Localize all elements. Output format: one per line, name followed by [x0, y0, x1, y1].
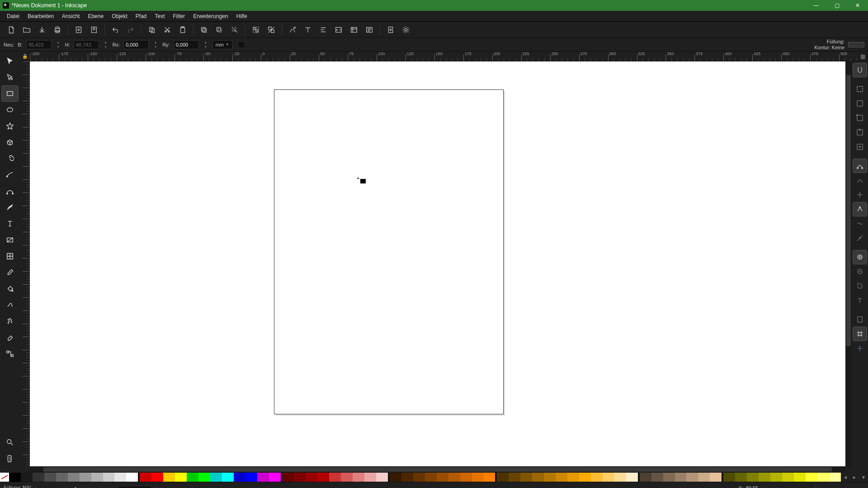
menu-datei[interactable]: Datei	[3, 12, 24, 21]
palette-swatch[interactable]	[329, 473, 341, 482]
connector-tool[interactable]	[2, 346, 18, 361]
palette-scroll-left[interactable]: ◂	[841, 473, 850, 482]
dock-snap-guide[interactable]	[853, 342, 867, 355]
palette-swatch[interactable]	[603, 473, 614, 482]
maximize-button[interactable]: ▢	[826, 0, 847, 11]
palette-swatch[interactable]	[448, 473, 460, 482]
text-tool[interactable]	[2, 216, 18, 231]
dock-snap-others[interactable]	[853, 250, 867, 264]
paintbucket-tool[interactable]	[2, 281, 18, 296]
dock-snap-toggle[interactable]	[853, 63, 867, 77]
palette-swatch[interactable]	[640, 473, 651, 482]
palette-swatch[interactable]	[614, 473, 626, 482]
status-rotate-dec[interactable]: −	[846, 487, 854, 488]
layers-button[interactable]	[346, 23, 362, 37]
print-button[interactable]	[50, 23, 65, 37]
dock-snap-corner[interactable]	[853, 111, 867, 125]
menu-bearbeiten[interactable]: Bearbeiten	[24, 12, 58, 21]
fill-stroke-button[interactable]	[285, 23, 300, 37]
ellipse-tool[interactable]	[2, 102, 18, 117]
status-lock-toggle[interactable]	[103, 486, 113, 488]
dock-snap-midpoint[interactable]	[853, 126, 867, 139]
palette-swatch[interactable]	[437, 473, 448, 482]
cut-button[interactable]	[160, 23, 175, 37]
dock-snap-grid[interactable]	[853, 327, 867, 341]
vertical-ruler[interactable]	[20, 61, 30, 466]
palette-swatch[interactable]	[376, 473, 388, 482]
palette-swatch[interactable]	[484, 473, 495, 482]
palette-swatch[interactable]	[723, 473, 735, 482]
palette-swatch[interactable]	[425, 473, 437, 482]
menu-ebene[interactable]: Ebene	[84, 12, 108, 21]
new-document-button[interactable]	[4, 23, 19, 37]
tweak-tool[interactable]	[2, 297, 18, 313]
status-layer-select[interactable]: •Ebene 1▼	[118, 486, 152, 488]
palette-swatch[interactable]	[759, 473, 770, 482]
palette-swatch[interactable]	[591, 473, 603, 482]
undo-button[interactable]	[108, 23, 123, 37]
spray-tool[interactable]	[2, 314, 18, 329]
save-button[interactable]	[34, 23, 50, 37]
palette-swatch[interactable]	[497, 473, 509, 482]
dock-snap-line-mid[interactable]	[853, 231, 867, 245]
ruler-lock-icon[interactable]: 🔒	[20, 52, 30, 61]
palette-menu[interactable]: ▾	[859, 473, 868, 482]
palette-swatch[interactable]	[21, 473, 33, 482]
palette-swatch[interactable]	[829, 473, 841, 482]
calligraphy-tool[interactable]	[2, 200, 18, 215]
palette-swatch[interactable]	[686, 473, 698, 482]
selector-tool[interactable]	[2, 53, 18, 69]
pencil-tool[interactable]	[2, 167, 18, 183]
palette-swatch[interactable]	[140, 473, 151, 482]
options-ry-spinner[interactable]: ▲▼	[203, 40, 209, 49]
menu-hilfe[interactable]: Hilfe	[232, 12, 251, 21]
palette-swatch[interactable]	[770, 473, 782, 482]
palette-swatch[interactable]	[544, 473, 556, 482]
palette-swatch[interactable]	[33, 473, 44, 482]
palette-swatch[interactable]	[520, 473, 532, 482]
horizontal-scrollbar[interactable]	[0, 466, 868, 473]
star-tool[interactable]	[2, 118, 18, 134]
palette-none-swatch[interactable]	[0, 473, 9, 482]
minimize-button[interactable]: ―	[806, 0, 826, 11]
palette-swatch[interactable]	[806, 473, 817, 482]
dock-snap-smooth[interactable]	[853, 217, 867, 230]
palette-swatch[interactable]	[460, 473, 472, 482]
palette-swatch[interactable]	[91, 473, 103, 482]
palette-swatch[interactable]	[103, 473, 115, 482]
dock-snap-cusp[interactable]	[853, 202, 867, 216]
palette-swatch[interactable]	[269, 473, 281, 482]
menu-pfad[interactable]: Pfad	[132, 12, 151, 21]
dock-snap-rotation[interactable]	[853, 279, 867, 293]
status-rotate-inc[interactable]: +	[856, 487, 864, 488]
text-tool-button[interactable]	[300, 23, 316, 37]
options-fill-swatch[interactable]	[848, 42, 864, 47]
eraser-tool[interactable]	[2, 330, 18, 345]
menu-text[interactable]: Text	[151, 12, 169, 21]
menu-objekt[interactable]: Objekt	[108, 12, 132, 21]
options-width-value[interactable]: 95,420	[26, 40, 52, 49]
canvas[interactable]: +	[30, 61, 845, 466]
palette-swatch[interactable]	[341, 473, 353, 482]
palette-swatch[interactable]	[56, 473, 68, 482]
import-button[interactable]	[71, 23, 86, 37]
dock-snap-text[interactable]	[853, 294, 867, 307]
dock-snap-intersect[interactable]	[853, 188, 867, 202]
palette-swatch[interactable]	[675, 473, 687, 482]
palette-swatch[interactable]	[257, 473, 269, 482]
copy-button[interactable]	[144, 23, 160, 37]
duplicate-button[interactable]	[196, 23, 212, 37]
palette-swatch[interactable]	[222, 473, 234, 482]
options-reset-corners[interactable]	[236, 40, 247, 50]
palette-swatch[interactable]	[817, 473, 829, 482]
palette-swatch[interactable]	[163, 473, 175, 482]
palette-swatch[interactable]	[794, 473, 806, 482]
palette-swatch[interactable]	[234, 473, 245, 482]
dropper-tool[interactable]	[2, 265, 18, 280]
palette-swatch[interactable]	[747, 473, 759, 482]
palette-swatch[interactable]	[198, 473, 210, 482]
3dbox-tool[interactable]	[2, 135, 18, 150]
node-tool[interactable]	[2, 70, 18, 85]
options-unit-select[interactable]: mm▼	[212, 40, 232, 49]
palette-swatch[interactable]	[698, 473, 710, 482]
